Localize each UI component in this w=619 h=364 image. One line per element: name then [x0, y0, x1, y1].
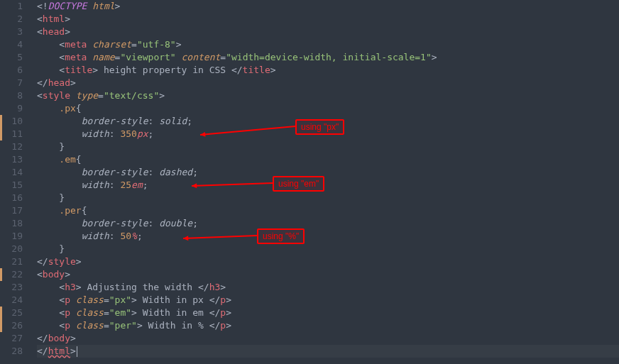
code-line[interactable]: width: 50%; — [37, 230, 619, 243]
token: > — [76, 256, 82, 267]
token: : — [148, 167, 160, 177]
code-line[interactable]: </body> — [37, 332, 619, 345]
line-number: 26 — [0, 319, 23, 332]
token: ; — [192, 218, 198, 228]
token: Width in % — [143, 320, 209, 331]
token: { — [76, 103, 82, 114]
token: } — [59, 141, 65, 152]
token: < — [59, 52, 65, 62]
line-number: 7 — [0, 77, 23, 89]
line-number: 18 — [0, 217, 23, 230]
token: = — [131, 39, 137, 50]
token: < — [59, 39, 65, 50]
token — [37, 307, 59, 318]
token: % — [131, 231, 137, 241]
code-line[interactable]: } — [37, 140, 619, 153]
token: : — [148, 218, 160, 228]
line-number: 25 — [0, 307, 23, 319]
token: { — [82, 205, 87, 216]
token: html — [48, 346, 70, 356]
token: style — [43, 90, 70, 101]
token: meta — [65, 52, 87, 62]
token: = — [104, 294, 109, 305]
token: > — [70, 77, 76, 88]
code-line[interactable]: .per{ — [37, 204, 619, 217]
code-line[interactable]: <h3> Adjusting the width </h3> — [37, 281, 619, 294]
token: > — [115, 1, 121, 11]
token: </ — [231, 65, 243, 75]
token: class — [70, 294, 104, 305]
token: p — [65, 307, 70, 318]
line-number: 1 — [0, 0, 23, 13]
code-line[interactable]: border-style: double; — [37, 217, 619, 230]
token — [37, 282, 59, 292]
code-line[interactable]: </style> — [37, 255, 619, 268]
token — [37, 154, 59, 165]
code-line[interactable]: .em{ — [37, 153, 619, 166]
token: { — [76, 154, 82, 165]
token: border-style — [82, 218, 148, 228]
token: = — [104, 307, 109, 318]
code-line[interactable]: width: 350px; — [37, 128, 619, 140]
token: ; — [187, 116, 192, 126]
token: class — [70, 307, 104, 318]
token: body — [48, 333, 70, 343]
code-line[interactable]: border-style: dashed; — [37, 166, 619, 179]
code-line[interactable]: <title> height property in CSS </title> — [37, 64, 619, 77]
token: </ — [37, 346, 48, 356]
text-cursor — [77, 346, 77, 357]
token: < — [59, 65, 65, 75]
token: </ — [37, 333, 48, 343]
code-line[interactable]: <p class="em"> Width in em </p> — [37, 307, 619, 319]
line-number: 16 — [0, 192, 23, 204]
code-editor[interactable]: 1234567891011121314151617181920212223242… — [0, 0, 619, 364]
code-line[interactable]: <p class="per"> Width in % </p> — [37, 319, 619, 332]
code-line[interactable]: width: 25em; — [37, 179, 619, 192]
token: h3 — [209, 282, 221, 292]
token: <! — [37, 1, 48, 11]
code-area[interactable]: <!DOCTYPE html><html><head> <meta charse… — [30, 0, 619, 364]
code-line[interactable]: <meta name="viewport" content="width=dev… — [37, 51, 619, 64]
code-line[interactable]: <html> — [37, 13, 619, 26]
token: > — [70, 333, 76, 343]
code-line[interactable]: <body> — [37, 268, 619, 281]
code-line[interactable]: .px{ — [37, 102, 619, 115]
line-number: 5 — [0, 51, 23, 64]
code-line[interactable]: <!DOCTYPE html> — [37, 0, 619, 13]
token: p — [220, 307, 226, 318]
code-line[interactable]: } — [37, 192, 619, 204]
token: > — [65, 13, 70, 24]
line-number: 27 — [0, 332, 23, 345]
token: : — [109, 128, 121, 139]
token: > — [76, 282, 82, 292]
token — [37, 294, 59, 305]
code-line[interactable]: </html> — [37, 345, 619, 358]
code-line[interactable]: border-style: solid; — [37, 115, 619, 128]
token: ; — [137, 231, 143, 241]
token: > — [137, 320, 143, 331]
token: : — [109, 180, 121, 190]
token: </ — [209, 320, 221, 331]
token — [37, 231, 82, 241]
token: height property in CSS — [98, 65, 231, 75]
token: ; — [148, 128, 154, 139]
token: </ — [198, 282, 209, 292]
code-line[interactable]: <meta charset="utf-8"> — [37, 38, 619, 51]
token: title — [65, 65, 92, 75]
token: p — [65, 320, 70, 331]
token: > — [226, 320, 231, 331]
token: </ — [37, 256, 48, 267]
code-line[interactable]: } — [37, 243, 619, 255]
line-number: 21 — [0, 255, 23, 268]
token: : — [109, 231, 121, 241]
token: : — [148, 116, 160, 126]
code-line[interactable]: <style type="text/css"> — [37, 89, 619, 102]
line-number: 23 — [0, 281, 23, 294]
token: Width in em — [137, 307, 209, 318]
code-line[interactable]: <p class="px"> Width in px </p> — [37, 294, 619, 307]
code-line[interactable]: </head> — [37, 77, 619, 89]
line-number: 6 — [0, 64, 23, 77]
line-number: 15 — [0, 179, 23, 192]
token: "text/css" — [104, 90, 159, 101]
code-line[interactable]: <head> — [37, 26, 619, 38]
